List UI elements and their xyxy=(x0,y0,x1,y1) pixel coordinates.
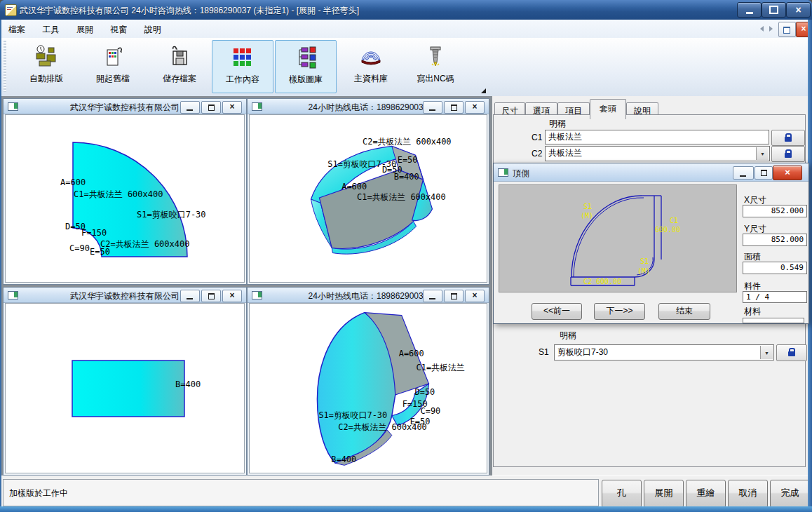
minimize-button[interactable] xyxy=(737,2,762,18)
child-title-bar[interactable]: 武汉华宇诚数控科技有限公司 × xyxy=(4,288,246,303)
child-window-3d-bottom: 24小时热线电话：18986290037 × A=600 C1=共板法兰 D=5… xyxy=(247,287,489,476)
cad-drawing-3d-fan: A=600 C1=共板法兰 D=50 F=150 C=90 S1=剪板咬口7-3… xyxy=(250,304,487,473)
s1-lock-button[interactable] xyxy=(776,344,807,361)
close-button[interactable]: × xyxy=(786,2,811,18)
part-field[interactable]: 1 / 4 xyxy=(743,291,807,303)
dim-label-a: A=600 xyxy=(341,182,367,191)
mdi-restore-button[interactable] xyxy=(778,22,796,37)
y-size-field[interactable]: 852.000 xyxy=(743,234,807,246)
scroll-right-icon[interactable] xyxy=(769,26,773,32)
cad-drawing-flat-pattern: A=600 C1=共板法兰 600x400 S1=剪板咬口7-30 D=50 F… xyxy=(6,115,244,282)
c2-value-dropdown[interactable]: 共板法兰 ▼ xyxy=(545,146,770,161)
restore-icon xyxy=(208,105,215,111)
restore-window-icon xyxy=(783,27,790,34)
write-nc-icon xyxy=(424,45,447,69)
child-close-button[interactable]: × xyxy=(222,290,242,302)
x-size-field[interactable]: 852.000 xyxy=(743,205,807,217)
preview-label-c1: C1 xyxy=(670,217,678,224)
dim-label-c2: C2=共板法兰 600x400 xyxy=(100,239,189,249)
toolbar-overflow-icon[interactable] xyxy=(481,88,486,93)
dialog-close-button[interactable]: × xyxy=(773,166,802,180)
chevron-down-icon[interactable]: ▼ xyxy=(756,147,769,160)
dim-label-b: B=400 xyxy=(331,454,356,464)
maximize-icon xyxy=(769,6,778,14)
top-side-dialog: 頂側 × S1 (M) C1 xyxy=(493,163,809,324)
child-close-button[interactable]: × xyxy=(465,101,485,114)
preview-drawing: S1 (M) C1 600.00 S1 (M) C2 600.00 xyxy=(499,185,736,292)
preview-label-s1-m: (M) xyxy=(581,212,593,220)
toolbar-write-nc-button[interactable]: 寫出NC碼 xyxy=(405,40,466,93)
menu-help[interactable]: 說明 xyxy=(137,20,168,38)
dialog-minimize-button[interactable] xyxy=(733,166,754,180)
master-database-icon xyxy=(359,45,383,69)
child-minimize-button[interactable] xyxy=(423,101,442,114)
dim-label-s1: S1=剪板咬口7-30 xyxy=(318,410,387,420)
maximize-button[interactable] xyxy=(762,2,786,18)
restore-icon xyxy=(208,293,215,299)
redraw-button[interactable]: 重繪 xyxy=(686,480,726,508)
toolbar-grip[interactable] xyxy=(4,41,6,92)
material-label: 材料 xyxy=(744,306,761,318)
child-title-bar[interactable]: 24小时热线电话：18986290037 × xyxy=(248,288,489,303)
dialog-title-bar[interactable]: 頂側 × xyxy=(494,163,808,182)
dialog-preview-canvas[interactable]: S1 (M) C1 600.00 S1 (M) C2 600.00 xyxy=(499,184,737,292)
child-canvas[interactable]: A=600 C1=共板法兰 600x400 S1=剪板咬口7-30 D=50 F… xyxy=(5,114,245,283)
end-button[interactable]: 结束 xyxy=(658,303,710,320)
toolbar-open-file-button[interactable]: 開起舊檔 xyxy=(82,40,144,93)
scroll-left-icon[interactable] xyxy=(760,26,764,32)
c2-lock-button[interactable] xyxy=(771,146,805,162)
finish-button[interactable]: 完成 xyxy=(770,480,810,508)
previous-button[interactable]: <<前一 xyxy=(532,303,582,320)
child-restore-button[interactable] xyxy=(444,290,463,302)
child-restore-button[interactable] xyxy=(201,290,221,302)
c1-lock-button[interactable] xyxy=(771,130,805,146)
chevron-down-icon[interactable]: ▼ xyxy=(760,346,773,359)
menu-file[interactable]: 檔案 xyxy=(1,20,32,38)
material-field[interactable] xyxy=(743,318,804,323)
child-canvas[interactable]: C2=共板法兰 600x400 S1=剪板咬口7-30 E=50 D=50 B=… xyxy=(249,114,487,283)
toolbar-template-library-button[interactable]: 樣版圖庫 xyxy=(275,40,337,93)
app-icon xyxy=(5,4,17,16)
child-close-button[interactable]: × xyxy=(222,101,242,114)
toolbar-save-file-button[interactable]: 儲存檔案 xyxy=(149,40,210,93)
tab-connectors[interactable]: 套頭 xyxy=(590,99,626,119)
dim-label-d: D=50 xyxy=(415,387,435,397)
unfold-button[interactable]: 展開 xyxy=(644,480,684,508)
toolbar-master-database-button[interactable]: 主資料庫 xyxy=(340,40,402,93)
menu-unfold[interactable]: 展開 xyxy=(69,20,100,38)
cancel-button[interactable]: 取消 xyxy=(728,480,768,508)
child-restore-button[interactable] xyxy=(444,101,463,114)
child-close-button[interactable]: × xyxy=(465,290,485,302)
hole-button[interactable]: 孔 xyxy=(602,480,642,508)
dim-label-c1: C1=共板法兰 600x400 xyxy=(74,189,163,199)
child-canvas[interactable]: A=600 C1=共板法兰 D=50 F=150 C=90 S1=剪板咬口7-3… xyxy=(249,303,487,473)
toolbar-auto-nest-button[interactable]: 自動排版 xyxy=(15,40,77,93)
area-field[interactable]: 0.549 xyxy=(743,262,807,274)
child-canvas[interactable]: B=400 xyxy=(5,303,245,473)
cad-drawing-3d-elbow: C2=共板法兰 600x400 S1=剪板咬口7-30 E=50 D=50 B=… xyxy=(250,115,487,282)
next-button[interactable]: 下一>> xyxy=(594,303,645,320)
menu-window[interactable]: 視窗 xyxy=(103,20,134,38)
child-minimize-button[interactable] xyxy=(180,290,200,302)
toolbar-button-label: 儲存檔案 xyxy=(163,74,196,83)
dim-label-e: E=50 xyxy=(398,155,418,165)
menu-tools[interactable]: 工具 xyxy=(35,20,66,38)
dialog-restore-button[interactable] xyxy=(755,166,773,180)
dialog-title: 頂側 xyxy=(513,168,529,180)
child-minimize-button[interactable] xyxy=(180,101,200,114)
toolbar-button-label: 寫出NC碼 xyxy=(417,74,454,83)
dim-label-f: F=150 xyxy=(81,228,107,238)
child-window-rectangle: 武汉华宇诚数控科技有限公司 × B=400 xyxy=(3,287,247,476)
preview-label-s1: S1 xyxy=(583,203,592,210)
dim-label-a: A=600 xyxy=(60,177,86,187)
child-restore-button[interactable] xyxy=(201,101,221,114)
s1-value-dropdown[interactable]: 剪板咬口7-30 ▼ xyxy=(554,344,774,361)
child-minimize-button[interactable] xyxy=(423,290,442,302)
dim-label-b: B=400 xyxy=(175,379,201,389)
child-title-bar[interactable]: 24小时热线电话：18986290037 × xyxy=(248,99,489,114)
c1-value-field[interactable]: 共板法兰 xyxy=(545,130,769,144)
window-title: 武汉华宇诚数控科技有限公司 24小时咨询热线：18986290037 (未指定1… xyxy=(20,5,359,17)
row-label-c1: C1 xyxy=(532,133,542,142)
toolbar-work-content-button[interactable]: 工作內容 xyxy=(212,40,273,93)
child-title-bar[interactable]: 武汉华宇诚数控科技有限公司 × xyxy=(4,99,246,114)
